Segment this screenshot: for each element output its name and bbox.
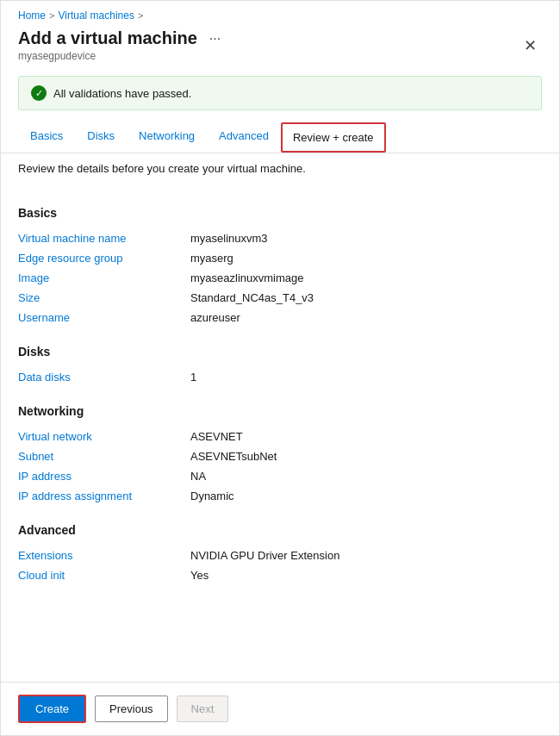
section-disks-title: Disks (18, 345, 542, 359)
next-button: Next (177, 695, 229, 722)
value-extensions: NVIDIA GPU Driver Extension (190, 549, 542, 562)
table-row: IP address assignment Dynamic (18, 486, 542, 506)
label-cloud-init: Cloud init (18, 569, 190, 582)
value-size: Standard_NC4as_T4_v3 (190, 291, 542, 304)
value-data-disks: 1 (190, 371, 542, 384)
section-basics-title: Basics (18, 206, 542, 220)
tab-bar: Basics Disks Networking Advanced Review … (1, 121, 559, 153)
breadcrumb: Home > Virtual machines > (1, 1, 559, 25)
value-ip-assignment: Dynamic (190, 490, 542, 502)
tab-advanced[interactable]: Advanced (207, 121, 281, 153)
label-image: Image (18, 271, 190, 284)
previous-button[interactable]: Previous (95, 695, 168, 722)
tab-review-create[interactable]: Review + create (281, 122, 386, 153)
label-resource-group: Edge resource group (18, 252, 190, 265)
table-row: Data disks 1 (18, 367, 542, 387)
value-vm-name: myaselinuxvm3 (190, 232, 542, 245)
tab-networking[interactable]: Networking (127, 121, 207, 153)
validation-banner: ✓ All validations have passed. (18, 76, 542, 110)
title-text: Add a virtual machine (18, 28, 197, 48)
label-data-disks: Data disks (18, 371, 190, 384)
networking-rows: Virtual network ASEVNET Subnet ASEVNETsu… (18, 427, 542, 506)
value-ip-address: NA (190, 470, 542, 483)
table-row: Edge resource group myaserg (18, 248, 542, 268)
breadcrumb-home[interactable]: Home (18, 9, 46, 22)
disks-rows: Data disks 1 (18, 367, 542, 387)
label-vm-name: Virtual machine name (18, 232, 190, 245)
section-advanced-title: Advanced (18, 523, 542, 537)
value-username: azureuser (190, 311, 542, 324)
advanced-rows: Extensions NVIDIA GPU Driver Extension C… (18, 546, 542, 585)
breadcrumb-sep1: > (49, 10, 54, 21)
value-resource-group: myaserg (190, 252, 542, 265)
value-cloud-init: Yes (190, 569, 542, 582)
header-subtitle: myasegpudevice (18, 50, 226, 62)
label-extensions: Extensions (18, 549, 190, 562)
label-size: Size (18, 291, 190, 304)
footer: Create Previous Next (1, 682, 559, 735)
breadcrumb-vms[interactable]: Virtual machines (58, 9, 134, 22)
label-ip-address: IP address (18, 470, 190, 483)
validation-message: All validations have passed. (53, 87, 191, 100)
check-icon: ✓ (31, 85, 47, 101)
page-subtitle: Review the details before you create you… (1, 153, 559, 180)
table-row: Size Standard_NC4as_T4_v3 (18, 288, 542, 308)
table-row: Username azureuser (18, 308, 542, 327)
table-row: Virtual network ASEVNET (18, 427, 542, 446)
tab-basics[interactable]: Basics (18, 121, 75, 153)
tab-disks[interactable]: Disks (75, 121, 127, 153)
basics-rows: Virtual machine name myaselinuxvm3 Edge … (18, 228, 542, 327)
table-row: Virtual machine name myaselinuxvm3 (18, 228, 542, 248)
close-button[interactable]: ✕ (519, 36, 542, 55)
header-left: Add a virtual machine ··· myasegpudevice (18, 28, 226, 62)
table-row: IP address NA (18, 466, 542, 486)
section-networking-title: Networking (18, 404, 542, 418)
create-button[interactable]: Create (18, 695, 86, 723)
table-row: Subnet ASEVNETsubNet (18, 446, 542, 466)
label-username: Username (18, 311, 190, 324)
label-subnet: Subnet (18, 450, 190, 463)
table-row: Image myaseazlinuxvmimage (18, 268, 542, 288)
content-area: Basics Virtual machine name myaselinuxvm… (1, 180, 559, 682)
table-row: Cloud init Yes (18, 565, 542, 585)
value-subnet: ASEVNETsubNet (190, 450, 542, 463)
label-virtual-network: Virtual network (18, 430, 190, 443)
table-row: Extensions NVIDIA GPU Driver Extension (18, 546, 542, 565)
page-header: Add a virtual machine ··· myasegpudevice… (1, 25, 559, 69)
ellipsis-button[interactable]: ··· (204, 29, 226, 48)
breadcrumb-sep2: > (138, 10, 143, 21)
value-image: myaseazlinuxvmimage (190, 271, 542, 284)
page-title: Add a virtual machine ··· (18, 28, 226, 48)
value-virtual-network: ASEVNET (190, 430, 542, 443)
label-ip-assignment: IP address assignment (18, 490, 190, 502)
